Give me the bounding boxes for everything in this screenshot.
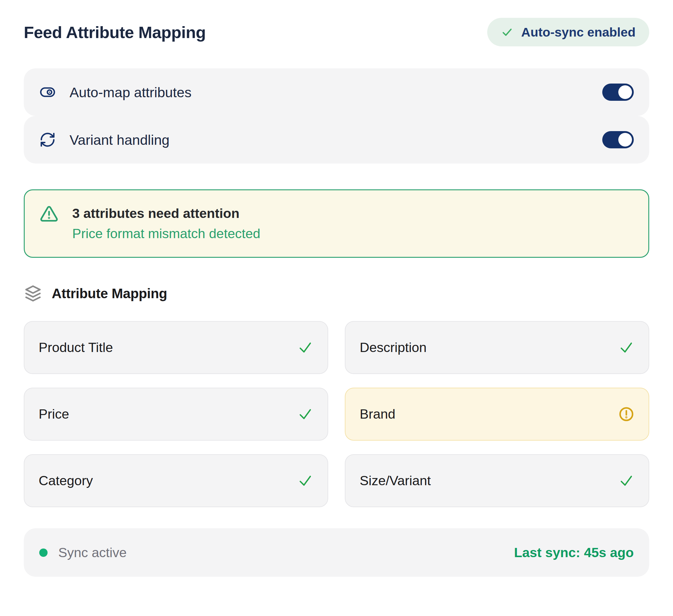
badge-label: Auto-sync enabled xyxy=(521,25,636,39)
attribute-label: Description xyxy=(360,340,427,355)
attribute-grid: Product Title Description Price Brand Ca… xyxy=(24,321,649,507)
attribute-label: Brand xyxy=(360,406,395,422)
attribute-mapping-section-header: Attribute Mapping xyxy=(24,284,649,303)
page-title: Feed Attribute Mapping xyxy=(24,23,206,42)
alert-circle-icon xyxy=(618,406,634,422)
sync-status-label: Sync active xyxy=(58,545,127,560)
check-icon xyxy=(618,340,634,356)
header: Feed Attribute Mapping Auto-sync enabled xyxy=(24,18,649,46)
check-icon xyxy=(618,473,634,489)
attribute-card-description[interactable]: Description xyxy=(345,321,649,374)
sync-active-dot-icon xyxy=(39,549,47,557)
attribute-label: Price xyxy=(39,406,69,422)
attribute-card-size-variant[interactable]: Size/Variant xyxy=(345,454,649,507)
attribute-label: Product Title xyxy=(39,340,113,355)
variant-handling-label: Variant handling xyxy=(69,132,170,148)
toggle-icon xyxy=(39,84,56,100)
warning-triangle-icon xyxy=(39,205,58,224)
attention-alert: 3 attributes need attention Price format… xyxy=(24,189,649,258)
auto-map-attributes-label: Auto-map attributes xyxy=(69,84,191,100)
sync-status: Sync active xyxy=(39,545,127,560)
refresh-icon xyxy=(39,132,56,148)
alert-title: 3 attributes need attention xyxy=(72,206,260,221)
sync-status-bar: Sync active Last sync: 45s ago xyxy=(24,528,649,577)
variant-handling-toggle[interactable] xyxy=(602,131,634,148)
attribute-card-category[interactable]: Category xyxy=(24,454,328,507)
section-title: Attribute Mapping xyxy=(52,285,167,301)
alert-message: Price format mismatch detected xyxy=(72,226,260,241)
auto-map-attributes-row: Auto-map attributes xyxy=(24,68,649,116)
attribute-card-brand[interactable]: Brand xyxy=(345,388,649,441)
attribute-label: Size/Variant xyxy=(360,473,431,488)
attribute-card-product-title[interactable]: Product Title xyxy=(24,321,328,374)
row-left: Auto-map attributes xyxy=(39,84,191,100)
check-icon xyxy=(501,26,513,38)
check-icon xyxy=(297,406,313,422)
last-sync-label: Last sync: 45s ago xyxy=(514,545,634,560)
feed-attribute-mapping-panel: Feed Attribute Mapping Auto-sync enabled… xyxy=(0,0,673,616)
toggle-knob xyxy=(618,85,632,99)
check-icon xyxy=(297,340,313,356)
toggle-knob xyxy=(618,133,632,147)
layers-icon xyxy=(24,284,42,302)
auto-map-attributes-toggle[interactable] xyxy=(602,83,634,101)
variant-handling-row: Variant handling xyxy=(24,116,649,164)
attribute-label: Category xyxy=(39,473,93,488)
alert-text: 3 attributes need attention Price format… xyxy=(72,206,260,241)
row-left: Variant handling xyxy=(39,132,170,148)
attribute-card-price[interactable]: Price xyxy=(24,388,328,441)
auto-sync-status-badge: Auto-sync enabled xyxy=(487,18,649,46)
check-icon xyxy=(297,473,313,489)
